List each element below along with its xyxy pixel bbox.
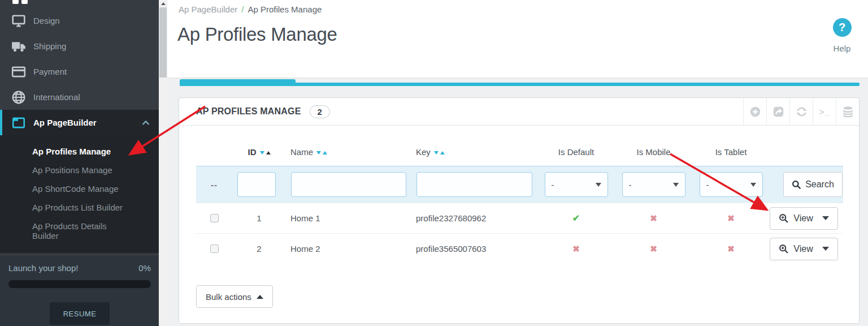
sidebar-scrollbar[interactable] <box>159 0 167 326</box>
panel-toolbar: >_ <box>743 98 859 126</box>
table-header-row: ID Name Key Is Default Is Mobile Is Tabl… <box>196 126 843 166</box>
page-header: Ap PageBuilder/Ap Profiles Manage Ap Pro… <box>167 0 868 78</box>
breadcrumb-separator: / <box>241 5 244 14</box>
sql-manager-icon[interactable] <box>836 98 859 126</box>
filter-is-tablet-select[interactable]: - <box>700 172 763 197</box>
sidebar-item-design[interactable]: Design <box>0 8 159 33</box>
monitor-icon <box>11 15 26 27</box>
filter-all-label: -- <box>196 180 232 190</box>
status-cross-icon <box>727 213 735 223</box>
view-button[interactable]: View <box>770 238 838 260</box>
search-button[interactable]: Search <box>783 172 843 197</box>
cell-name: Home 1 <box>286 213 411 223</box>
panel-heading: AP PROFILES MANAGE 2 >_ <box>179 98 859 126</box>
export-icon[interactable] <box>766 98 789 126</box>
sidebar-item-international[interactable]: International <box>0 84 159 110</box>
chevron-down-icon[interactable] <box>822 247 829 251</box>
column-header-name[interactable]: Name <box>286 147 411 157</box>
submenu-item-ap-profiles-manage[interactable]: Ap Profiles Manage <box>0 142 147 161</box>
breadcrumb-current: Ap Profiles Manage <box>248 5 322 14</box>
sidebar-item-label: Ap PageBuilder <box>33 118 97 127</box>
sort-desc-icon[interactable] <box>260 151 264 155</box>
sort-desc-icon[interactable] <box>316 151 321 155</box>
submenu-item-ap-shortcode-manage[interactable]: Ap ShortCode Manage <box>0 179 147 198</box>
folder-icon <box>11 117 26 129</box>
sidebar-item-label: Design <box>33 16 60 25</box>
filter-name-input[interactable] <box>291 172 406 197</box>
column-header-is-tablet: Is Tablet <box>692 147 770 157</box>
breadcrumb: Ap PageBuilder/Ap Profiles Manage <box>179 5 322 14</box>
chevron-down-icon <box>750 183 756 187</box>
sidebar-item-payment[interactable]: Payment <box>0 59 159 84</box>
status-cross-icon <box>572 244 580 254</box>
resume-button[interactable]: RESUME <box>50 302 110 325</box>
table-row: 2 Home 2 profile3565007603 View <box>196 233 843 264</box>
submenu-item-ap-products-details-builder[interactable]: Ap Products Details Builder <box>0 217 147 245</box>
zoom-in-icon <box>779 213 789 224</box>
sidebar-item-label: International <box>33 92 80 102</box>
filter-id-input[interactable] <box>237 172 276 197</box>
chevron-up-icon <box>257 295 263 299</box>
filter-key-input[interactable] <box>416 172 532 197</box>
credit-card-icon <box>11 66 26 78</box>
scrollbar-thumb[interactable] <box>159 7 167 78</box>
help-icon[interactable]: ? <box>833 18 852 37</box>
submenu-item-ap-products-list-builder[interactable]: Ap Products List Builder <box>0 198 147 217</box>
profiles-table: ID Name Key Is Default Is Mobile Is Tabl… <box>196 126 843 264</box>
scrollbar-up-arrow[interactable] <box>159 0 167 7</box>
cell-id: 2 <box>232 244 286 254</box>
filter-is-mobile-select[interactable]: - <box>622 172 685 197</box>
cell-key: profile2327680962 <box>411 213 537 223</box>
launch-percent: 0% <box>138 263 151 273</box>
status-cross-icon <box>650 244 657 254</box>
help-button[interactable]: ? Help <box>825 18 859 53</box>
globe-icon <box>11 91 26 104</box>
refresh-icon[interactable] <box>789 98 813 126</box>
sidebar: Design Shipping Payment International Ap… <box>0 0 159 326</box>
sidebar-item-label: Payment <box>33 67 67 76</box>
terminal-icon[interactable]: >_ <box>813 98 836 126</box>
search-icon <box>792 180 801 190</box>
bulk-actions-button[interactable]: Bulk actions <box>196 285 273 308</box>
column-header-id[interactable]: ID <box>232 147 286 157</box>
view-button[interactable]: View <box>770 207 838 230</box>
sidebar-nav: Design Shipping Payment International Ap… <box>0 8 159 135</box>
sidebar-item-label: Shipping <box>33 41 66 51</box>
row-checkbox[interactable] <box>210 244 219 253</box>
chevron-down-icon <box>596 183 601 187</box>
main-content: Ap PageBuilder/Ap Profiles Manage Ap Pro… <box>167 0 868 326</box>
sort-asc-icon[interactable] <box>440 151 445 155</box>
row-checkbox[interactable] <box>210 214 219 222</box>
sort-asc-icon[interactable] <box>323 151 327 155</box>
sort-asc-icon[interactable] <box>266 151 271 155</box>
table-filter-row: -- - - - Search <box>196 166 843 203</box>
sidebar-submenu: Ap Profiles Manage Ap Positions Manage A… <box>0 135 159 253</box>
panel-title: AP PROFILES MANAGE <box>196 106 301 117</box>
active-tab[interactable] <box>180 79 296 86</box>
column-header-key[interactable]: Key <box>411 147 537 157</box>
help-label: Help <box>825 44 859 53</box>
status-cross-icon <box>650 213 657 223</box>
sidebar-item-ap-pagebuilder[interactable]: Ap PageBuilder <box>0 110 159 135</box>
truck-icon <box>11 40 26 53</box>
launch-your-shop-panel: Launch your shop! 0% RESUME <box>0 256 159 326</box>
table-row: 1 Home 1 profile2327680962 View <box>196 203 843 233</box>
cell-name: Home 2 <box>286 244 411 254</box>
count-badge: 2 <box>310 105 330 118</box>
chevron-up-icon <box>142 120 150 126</box>
chevron-down-icon[interactable] <box>822 216 829 220</box>
sort-desc-icon[interactable] <box>434 151 439 155</box>
submenu-item-ap-positions-manage[interactable]: Ap Positions Manage <box>0 161 147 179</box>
zoom-in-icon <box>779 244 789 254</box>
chevron-down-icon <box>673 183 679 187</box>
launch-label: Launch your shop! <box>8 263 78 273</box>
filter-is-default-select[interactable]: - <box>545 172 608 197</box>
cell-key: profile3565007603 <box>411 244 537 254</box>
sidebar-item-shipping[interactable]: Shipping <box>0 33 159 59</box>
add-icon[interactable] <box>743 98 766 126</box>
status-cross-icon <box>727 244 735 254</box>
status-check-icon <box>572 213 580 223</box>
launch-progress-bar <box>8 280 151 288</box>
profiles-panel: AP PROFILES MANAGE 2 >_ <box>179 97 860 324</box>
breadcrumb-parent[interactable]: Ap PageBuilder <box>179 5 237 14</box>
